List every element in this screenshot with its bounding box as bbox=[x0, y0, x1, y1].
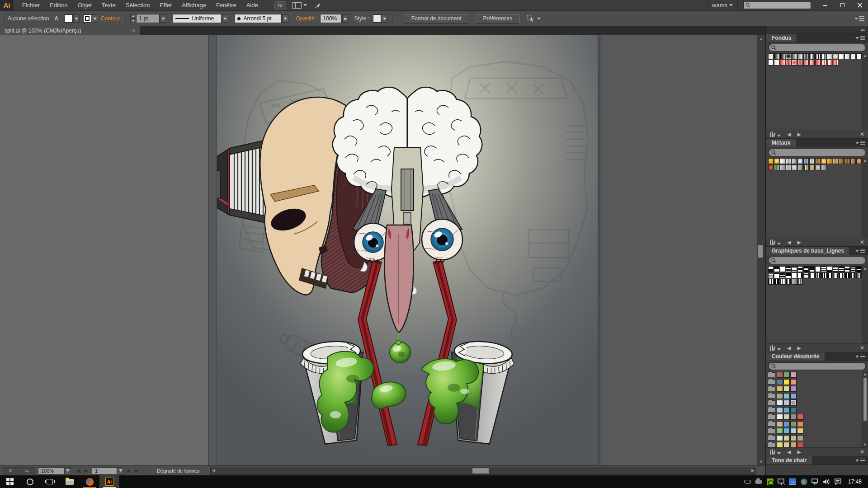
swatch[interactable] bbox=[821, 158, 826, 164]
delete-swatch-icon[interactable]: ✕ bbox=[860, 131, 864, 137]
workspace-switcher[interactable] bbox=[290, 2, 307, 9]
folder-icon[interactable] bbox=[768, 400, 775, 405]
swatch[interactable] bbox=[797, 279, 803, 285]
current-tool-status[interactable]: Dégradé de formes bbox=[145, 467, 212, 475]
artboard-number-field[interactable]: 1 bbox=[92, 467, 117, 474]
swatch[interactable] bbox=[803, 164, 809, 170]
status-left-icons[interactable]: ⚙⇆ bbox=[2, 467, 35, 474]
swatch[interactable] bbox=[777, 393, 783, 399]
swatch[interactable] bbox=[827, 272, 832, 278]
panel-scrollbar[interactable]: ▲ ▼ bbox=[862, 371, 868, 447]
swatch[interactable] bbox=[790, 421, 797, 427]
swatch[interactable] bbox=[777, 421, 783, 427]
first-page-icon[interactable]: |◀ bbox=[75, 468, 80, 473]
document-setup-button[interactable]: Format de document bbox=[404, 14, 469, 23]
tray-app-ring-icon[interactable] bbox=[798, 475, 810, 488]
scroll-right-icon[interactable]: ▶ bbox=[751, 468, 755, 473]
delete-swatch-icon[interactable]: ✕ bbox=[860, 449, 864, 455]
action-center-icon[interactable] bbox=[832, 475, 844, 488]
swatch[interactable] bbox=[790, 407, 797, 413]
swatch[interactable] bbox=[777, 414, 783, 420]
firefox-button[interactable] bbox=[80, 475, 99, 488]
swatch[interactable] bbox=[774, 60, 779, 66]
swatch[interactable] bbox=[774, 158, 779, 164]
swatch[interactable] bbox=[827, 266, 832, 272]
swatch[interactable] bbox=[792, 158, 797, 164]
swatch[interactable] bbox=[856, 266, 862, 272]
selection-tool-icon[interactable] bbox=[526, 14, 535, 23]
swatch[interactable] bbox=[783, 414, 790, 420]
prev-library-icon[interactable]: ◀ bbox=[787, 345, 791, 351]
swatch[interactable] bbox=[792, 272, 797, 278]
stroke-dropdown[interactable] bbox=[92, 14, 98, 23]
zoom-dropdown[interactable] bbox=[64, 467, 71, 474]
panel-tab-metaux[interactable]: Métaux bbox=[766, 139, 796, 147]
tray-onedrive-icon[interactable] bbox=[753, 475, 764, 488]
swatch[interactable] bbox=[780, 279, 785, 285]
swatch[interactable] bbox=[783, 372, 790, 378]
swatch[interactable] bbox=[768, 53, 774, 59]
swatch[interactable] bbox=[783, 428, 790, 434]
panel-tab-fondus[interactable]: Fondus bbox=[766, 34, 797, 42]
swatch[interactable] bbox=[790, 428, 797, 434]
swatch[interactable] bbox=[768, 272, 774, 278]
swatch[interactable] bbox=[777, 372, 783, 378]
swatch[interactable] bbox=[780, 272, 785, 278]
swatch[interactable] bbox=[809, 266, 815, 272]
swatch[interactable] bbox=[790, 435, 797, 441]
brush-dropdown[interactable] bbox=[282, 14, 288, 23]
swatch[interactable] bbox=[790, 379, 797, 385]
user-menu[interactable]: wams bbox=[707, 0, 738, 11]
panel-tab-couleur[interactable]: Couleur désaturée bbox=[766, 352, 825, 361]
fill-dropdown[interactable] bbox=[73, 14, 80, 23]
swatch[interactable] bbox=[797, 60, 803, 66]
swatch[interactable] bbox=[839, 53, 844, 59]
swatch[interactable] bbox=[797, 272, 803, 278]
panel-tab-graphiques[interactable]: Graphiques de base_Lignes bbox=[766, 247, 850, 255]
swatch[interactable] bbox=[774, 164, 779, 170]
opacity-link[interactable]: Opacité : bbox=[296, 15, 317, 22]
prev-page-icon[interactable]: ◀ bbox=[84, 468, 87, 473]
swatch[interactable] bbox=[777, 407, 783, 413]
swatch[interactable] bbox=[797, 266, 803, 272]
swatch[interactable] bbox=[844, 53, 850, 59]
swatch[interactable] bbox=[777, 442, 783, 447]
prev-library-icon[interactable]: ◀ bbox=[787, 131, 791, 137]
panel-menu-icon[interactable] bbox=[855, 139, 868, 147]
stroke-weight-field[interactable]: 1 pt bbox=[136, 14, 160, 23]
scroll-left-icon[interactable]: ◀ bbox=[212, 468, 215, 473]
panel-scroll-thumb[interactable] bbox=[863, 378, 867, 421]
swatch[interactable] bbox=[844, 272, 850, 278]
artboard-dropdown[interactable] bbox=[117, 467, 124, 474]
last-page-icon[interactable]: ▶| bbox=[135, 468, 139, 473]
swatch[interactable] bbox=[856, 53, 862, 59]
illustrator-button[interactable]: Ai bbox=[99, 475, 119, 488]
swatch[interactable] bbox=[774, 53, 779, 59]
swatch[interactable] bbox=[783, 421, 790, 427]
next-library-icon[interactable]: ▶ bbox=[797, 449, 801, 455]
swatch[interactable] bbox=[827, 158, 832, 164]
folder-icon[interactable] bbox=[768, 386, 775, 391]
cortana-button[interactable] bbox=[20, 475, 40, 488]
collapse-panels-icon[interactable]: ▸▸ bbox=[861, 28, 865, 32]
swatch[interactable] bbox=[850, 272, 856, 278]
swatch[interactable] bbox=[803, 272, 809, 278]
next-library-icon[interactable]: ▶ bbox=[797, 239, 801, 245]
menu-fichier[interactable]: Fichier bbox=[17, 0, 45, 11]
swatch[interactable] bbox=[833, 266, 838, 272]
swatch[interactable] bbox=[839, 266, 844, 272]
swatch[interactable] bbox=[790, 393, 797, 399]
swatch[interactable] bbox=[774, 272, 779, 278]
folder-icon[interactable] bbox=[768, 414, 775, 419]
stroke-profile-select[interactable]: Uniforme bbox=[173, 14, 222, 23]
swatch[interactable] bbox=[792, 266, 797, 272]
swatch[interactable] bbox=[821, 266, 826, 272]
swatch-search-input[interactable] bbox=[769, 44, 866, 52]
panel-scrollbar[interactable]: ▲ bbox=[862, 53, 868, 130]
swatch[interactable] bbox=[777, 428, 783, 434]
menu-effet[interactable]: Effet bbox=[155, 0, 177, 11]
folder-icon[interactable] bbox=[768, 372, 775, 377]
scroll-down-icon[interactable]: ▼ bbox=[757, 458, 765, 465]
swatch[interactable] bbox=[839, 272, 844, 278]
swatch[interactable] bbox=[792, 279, 797, 285]
